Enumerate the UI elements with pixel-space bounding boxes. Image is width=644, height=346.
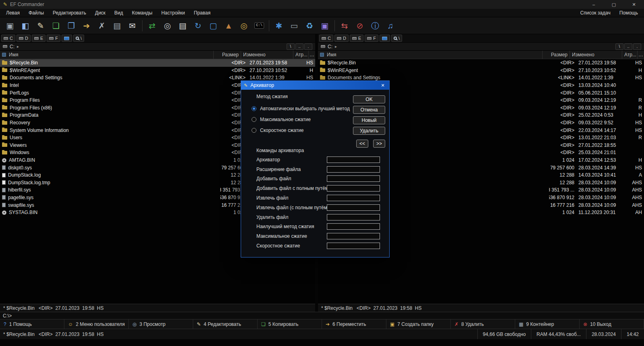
column-header-name[interactable]: Имя bbox=[0, 51, 214, 59]
column-header-attr[interactable]: Атр... bbox=[622, 51, 638, 59]
refresh-icon[interactable]: ⇄ bbox=[144, 19, 160, 33]
fn-key-6[interactable]: ➔6 Переместить bbox=[322, 319, 386, 329]
fn-key-5[interactable]: ❏5 Копировать bbox=[258, 319, 322, 329]
file-row[interactable]: $WinREAgent<DIR>27.10.2023 10:52H bbox=[0, 67, 315, 74]
drive-button-f[interactable]: F bbox=[365, 35, 378, 42]
print-icon[interactable]: ▤ bbox=[109, 19, 125, 33]
column-header-size[interactable]: Размер bbox=[543, 51, 570, 59]
drive-button-d[interactable]: D bbox=[17, 35, 31, 42]
menu-view[interactable]: Вид bbox=[110, 10, 128, 16]
search-drive-button[interactable]: \ bbox=[73, 35, 84, 42]
plugin-icon[interactable]: ▭ bbox=[287, 19, 302, 33]
path-dot-button[interactable]: . bbox=[633, 43, 641, 50]
new-button[interactable]: Новый bbox=[353, 116, 385, 124]
fn-key-9[interactable]: ▦9 Контейнер bbox=[515, 319, 580, 329]
menu-left-pane[interactable]: Левая bbox=[2, 10, 24, 16]
dialog-close-button[interactable]: ✕ bbox=[379, 83, 386, 88]
help-menu[interactable]: Помощь bbox=[615, 10, 642, 16]
field-input[interactable] bbox=[327, 166, 380, 173]
view-text-icon[interactable]: ▤ bbox=[175, 19, 190, 33]
copy-icon[interactable]: ❏ bbox=[48, 19, 64, 33]
fn-key-10[interactable]: ⊗10 Выход bbox=[580, 319, 644, 329]
duplicate-icon[interactable]: ❐ bbox=[64, 19, 79, 33]
file-row[interactable]: $Recycle.Bin<DIR>27.01.2023 19:58HS bbox=[0, 59, 315, 67]
radio-option[interactable]: Максимальное сжатие bbox=[252, 117, 350, 122]
menu-commands[interactable]: Команды bbox=[128, 10, 157, 16]
field-input[interactable] bbox=[327, 185, 380, 192]
field-input[interactable] bbox=[327, 223, 380, 230]
terminal-icon[interactable]: C:\ bbox=[252, 19, 267, 33]
column-header-date[interactable]: Изменено bbox=[570, 51, 622, 59]
fn-key-7[interactable]: ▣7 Создать папку bbox=[386, 319, 451, 329]
search-drive-button[interactable]: \ bbox=[391, 35, 402, 42]
task-list-menu[interactable]: Список задач bbox=[576, 10, 615, 16]
info-icon[interactable]: ⓘ bbox=[367, 19, 383, 33]
field-input[interactable] bbox=[327, 243, 380, 249]
drive-button-d[interactable]: D bbox=[334, 35, 349, 42]
ok-button[interactable]: OK bbox=[353, 95, 385, 103]
dual-panel-icon[interactable]: ▣ bbox=[2, 19, 18, 33]
column-header-date[interactable]: Изменено bbox=[241, 51, 293, 59]
fn-key-4[interactable]: ✎4 Редактировать bbox=[193, 319, 258, 329]
settings-icon[interactable]: ✱ bbox=[271, 19, 287, 33]
dialog-titlebar[interactable]: ✎ Архиватор ✕ bbox=[241, 81, 389, 90]
menu-edit[interactable]: Редактировать bbox=[48, 10, 91, 16]
close-button[interactable]: ✕ bbox=[624, 0, 644, 9]
field-input[interactable] bbox=[327, 233, 380, 239]
path-text[interactable]: C: bbox=[328, 44, 332, 49]
column-header-name[interactable]: Имя bbox=[318, 51, 543, 59]
recycle-icon[interactable]: ♻ bbox=[302, 19, 317, 33]
drive-button-e[interactable]: E bbox=[350, 35, 363, 42]
path-dot-button[interactable]: . bbox=[304, 43, 312, 50]
minimize-button[interactable]: – bbox=[584, 0, 604, 9]
radio-option[interactable]: Скоростное сжатие bbox=[252, 128, 350, 133]
field-input[interactable] bbox=[327, 214, 380, 220]
path-text[interactable]: C: bbox=[10, 44, 14, 49]
menu-files[interactable]: Файлы bbox=[24, 10, 48, 16]
remote-desktop-icon[interactable]: ▣ bbox=[317, 19, 332, 33]
radio-option[interactable]: Автоматически выбирать лучший метод bbox=[252, 106, 350, 111]
desktop-button[interactable] bbox=[62, 35, 72, 42]
drive-button-f[interactable]: F bbox=[47, 35, 60, 42]
column-header-attr[interactable]: Атр... bbox=[293, 51, 309, 59]
column-header-more[interactable]: … bbox=[638, 51, 644, 59]
drive-button-c[interactable]: C bbox=[319, 35, 333, 42]
sound-icon[interactable]: ♫ bbox=[383, 19, 398, 33]
drive-button-c[interactable]: C bbox=[1, 35, 15, 42]
search-icon[interactable]: ◎ bbox=[160, 19, 175, 33]
menu-right-pane[interactable]: Правая bbox=[190, 10, 215, 16]
file-row[interactable]: $WinREAgent<DIR>27.10.2023 10:52H bbox=[318, 67, 644, 74]
command-line[interactable]: C:\> bbox=[0, 312, 644, 319]
field-input[interactable] bbox=[327, 175, 380, 182]
cone-icon[interactable]: ▲ bbox=[221, 19, 236, 33]
next-button[interactable]: >> bbox=[373, 140, 385, 148]
file-row[interactable]: $Recycle.Bin<DIR>27.01.2023 19:58HS bbox=[318, 59, 644, 67]
mail-icon[interactable]: ✉ bbox=[125, 19, 140, 33]
fn-key-8[interactable]: ✗8 Удалить bbox=[451, 319, 515, 329]
field-input[interactable] bbox=[327, 204, 380, 211]
swap-panels-icon[interactable]: ⇆ bbox=[337, 19, 352, 33]
drive-button-e[interactable]: E bbox=[32, 35, 45, 42]
move-icon[interactable]: ➔ bbox=[79, 19, 94, 33]
fn-key-2[interactable]: ☺2 Меню пользователя bbox=[64, 319, 129, 329]
find-files-icon[interactable]: ◎ bbox=[236, 19, 252, 33]
path-root-button[interactable]: \ bbox=[615, 43, 623, 50]
sync-icon[interactable]: ↻ bbox=[190, 19, 206, 33]
field-input[interactable] bbox=[327, 157, 380, 163]
column-header-size[interactable]: Размер bbox=[214, 51, 241, 59]
abort-icon[interactable]: ⊘ bbox=[352, 19, 367, 33]
delete-icon[interactable]: ✗ bbox=[94, 19, 109, 33]
fn-key-3[interactable]: ◎3 Просмотр bbox=[129, 319, 193, 329]
edit-icon[interactable]: ✎ bbox=[33, 19, 48, 33]
path-root-button[interactable]: \ bbox=[287, 43, 295, 50]
path-parent-button[interactable]: .. bbox=[295, 43, 303, 50]
menu-settings[interactable]: Настройки bbox=[157, 10, 190, 16]
cancel-button[interactable]: Отмена bbox=[353, 106, 385, 114]
maximize-button[interactable]: ▢ bbox=[604, 0, 624, 9]
fn-key-1[interactable]: ?1 Помощь bbox=[0, 319, 64, 329]
delete-button[interactable]: Удалить bbox=[353, 127, 385, 135]
menu-disk[interactable]: Диск bbox=[91, 10, 110, 16]
desktop-button[interactable] bbox=[380, 35, 390, 42]
field-input[interactable] bbox=[327, 195, 380, 201]
path-parent-button[interactable]: .. bbox=[624, 43, 632, 50]
